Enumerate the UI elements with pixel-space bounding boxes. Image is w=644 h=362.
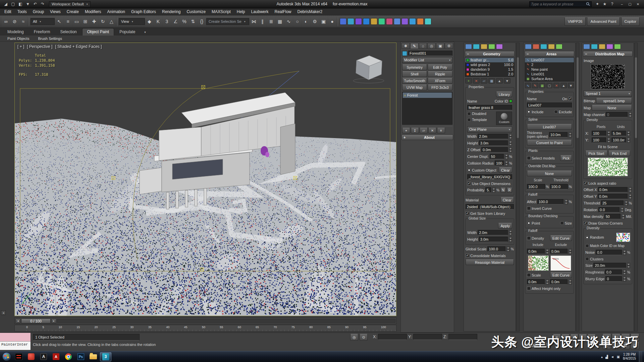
object-color-swatch[interactable] — [402, 51, 407, 56]
draw-gizmo-corners-checkbox[interactable] — [584, 221, 587, 225]
override-scale-field[interactable]: 100.0 — [527, 184, 545, 189]
isolate-selection-toggle-icon[interactable]: ◎ — [350, 334, 358, 341]
save-file-icon[interactable]: ▼ — [24, 1, 32, 7]
panel-tool-icon[interactable] — [556, 44, 562, 49]
rect-selection-region-icon[interactable]: ▭ — [72, 17, 81, 26]
apply-global-size-button[interactable]: Apply — [498, 223, 512, 229]
panel-tool-icon[interactable] — [591, 44, 598, 49]
area-list-item[interactable]: ✎New paint — [525, 67, 574, 72]
tray-network-icon[interactable]: ▟ — [605, 355, 608, 359]
house-model[interactable] — [140, 93, 295, 209]
include-radio[interactable] — [527, 110, 531, 114]
show-desktop-button[interactable] — [639, 351, 642, 362]
menu-item[interactable]: RealFlow — [271, 8, 294, 15]
bitmap-button[interactable]: spread1.bmp — [596, 98, 632, 104]
max-app[interactable]: 3 — [100, 352, 111, 361]
hierarchy-tab-icon[interactable]: ⌂ — [419, 43, 427, 49]
areas-scrollbar[interactable] — [576, 43, 579, 331]
pdf-reader-app[interactable]: A — [50, 352, 62, 361]
material-editor-icon[interactable]: ◐ — [302, 17, 310, 26]
geometry-mode-dropdown[interactable]: One Plane — [467, 126, 512, 132]
areas-list[interactable]: ∿Line007✎2✎New paint∿Line001▦Surface Are… — [525, 57, 574, 81]
curve-editor-icon[interactable]: ∿ — [284, 17, 293, 26]
panel-tool-icon[interactable] — [496, 44, 503, 49]
map-button[interactable]: None — [592, 105, 632, 111]
pin-stack-icon[interactable]: ⌖ — [402, 128, 410, 133]
select-by-name-icon[interactable]: ≡ — [64, 17, 72, 26]
spinner[interactable] — [505, 154, 508, 159]
affect-field[interactable]: 100.0 — [537, 199, 564, 204]
selection-lock-toggle-icon[interactable]: ⊙ — [360, 334, 368, 341]
spinner[interactable] — [629, 194, 632, 199]
lock-aspect-ratio-checkbox[interactable] — [584, 181, 587, 185]
keyboard-override-icon[interactable]: K — [154, 17, 162, 26]
distribution-map-image[interactable] — [591, 64, 625, 89]
move-down-icon[interactable]: ▼ — [568, 83, 574, 88]
custom-geometry-preview[interactable]: Custom — [496, 112, 512, 125]
field-of-view-icon[interactable]: ∠ — [602, 342, 611, 349]
ribbon-panel-tab[interactable]: Brush Settings — [35, 37, 65, 41]
sign-in-icon[interactable]: ✦ — [594, 1, 601, 7]
spinner[interactable] — [623, 276, 626, 282]
view-reference-dropdown[interactable]: View▾ — [119, 18, 145, 25]
ribbon-panel-tab[interactable]: Paint Objects — [4, 37, 33, 41]
area-list-item[interactable]: ▦Surface Area — [525, 76, 574, 81]
use-object-dimensions-checkbox[interactable] — [467, 182, 471, 185]
edit-density-curve-button[interactable]: Edit Curve — [550, 235, 572, 241]
area-list-item[interactable]: ∿Line001 — [525, 72, 574, 76]
y-units-field[interactable]: 100.0m — [611, 137, 626, 143]
modifier-list-dropdown[interactable]: Modifier List — [402, 57, 452, 63]
panel-tool-icon[interactable] — [614, 44, 621, 49]
spinner[interactable] — [492, 187, 495, 193]
modifier-preset-button[interactable]: FFD 3x3x3 — [428, 84, 452, 90]
modifier-preset-button[interactable]: UVW Map — [402, 84, 427, 90]
pick-models-button[interactable]: Pick — [560, 155, 572, 161]
menu-item[interactable]: Laubwerk — [248, 8, 271, 15]
plugin-script-icon[interactable] — [425, 18, 431, 25]
play-icon[interactable]: ► — [570, 334, 578, 340]
file-explorer-app[interactable] — [88, 352, 99, 361]
plugin-script-icon[interactable] — [386, 18, 393, 25]
previous-frame-icon[interactable]: ‹ — [561, 334, 570, 340]
custom-object-field[interactable]: _forest_library_6XIGVXQ — [467, 174, 512, 180]
spinner[interactable] — [622, 214, 625, 219]
viewport-pov-menu[interactable]: [ Perspective ] — [27, 44, 52, 49]
open-file-icon[interactable]: ◧ — [17, 1, 24, 7]
render-production-icon[interactable]: ● — [328, 17, 336, 26]
spline-pick-button[interactable]: Line007 — [527, 124, 572, 130]
clear-custom-object-button[interactable]: Clear — [499, 167, 512, 173]
noise-field[interactable]: 0.0 — [596, 250, 622, 255]
orbit-icon[interactable]: ↻ — [621, 342, 630, 349]
start-button[interactable] — [2, 352, 12, 362]
match-color-id-radio[interactable] — [585, 244, 589, 248]
spinner[interactable] — [565, 199, 568, 204]
taskbar-clock[interactable]: 1:28 PM8/4/2015 — [623, 353, 636, 361]
render-setup-icon[interactable]: ⚙ — [311, 17, 319, 26]
spinner[interactable] — [607, 137, 610, 143]
cpu-meter-app[interactable] — [13, 352, 24, 361]
panel-tool-icon[interactable] — [525, 44, 532, 49]
menu-item[interactable]: Tools — [14, 8, 30, 15]
blurry-edge-field[interactable]: 0 — [605, 276, 622, 282]
time-slider-track[interactable] — [57, 319, 395, 323]
thickness-field[interactable]: 10.0m — [549, 132, 568, 137]
schematic-view-icon[interactable]: ○ — [293, 17, 302, 26]
template-radio[interactable] — [467, 118, 471, 122]
visibility-bulb-icon[interactable] — [404, 93, 406, 97]
next-frame-icon[interactable]: › — [579, 334, 587, 340]
spinner[interactable] — [546, 279, 549, 285]
modifier-stack-item[interactable]: Forest — [403, 93, 452, 98]
geometry-scrollbar[interactable] — [516, 43, 520, 331]
delete-area-icon[interactable]: ✕ — [553, 83, 559, 88]
clear-material-button[interactable]: Clear — [500, 197, 514, 203]
cluster-size-field[interactable]: 20.0m — [593, 263, 626, 268]
plugin-script-icon[interactable] — [355, 18, 362, 25]
selection-filter-dropdown[interactable]: All▾ — [31, 18, 55, 25]
plugin-button[interactable]: Copitor — [621, 17, 640, 26]
distmap-scrollbar[interactable] — [634, 43, 638, 331]
window-crossing-icon[interactable]: ⊞ — [81, 17, 90, 26]
collision-radius-field[interactable]: 100 — [495, 161, 504, 166]
align-icon[interactable]: ∥ — [258, 17, 267, 26]
ribbon-tab[interactable]: Freeform — [29, 28, 55, 36]
n-toggle-button[interactable]: N — [500, 188, 506, 193]
